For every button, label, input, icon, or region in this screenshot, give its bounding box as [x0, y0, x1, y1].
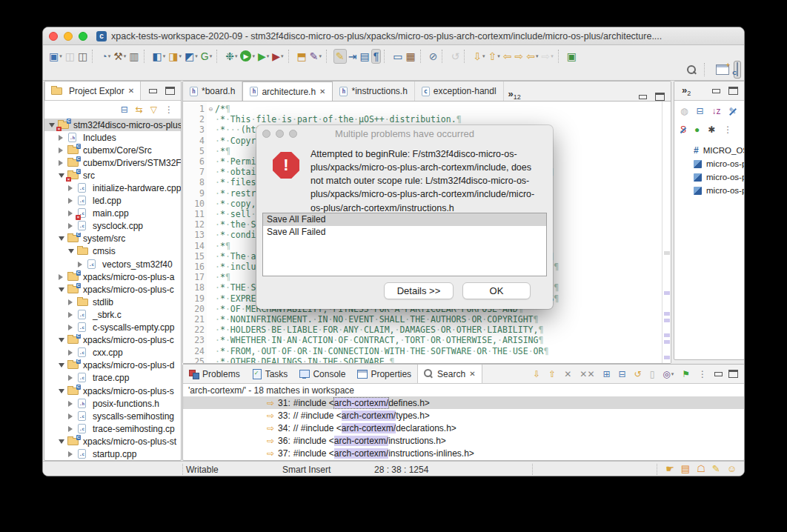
- tree-item[interactable]: Cxpacks/micro-os-plus-a: [44, 270, 181, 283]
- tree-item[interactable]: .cstartup.cpp: [44, 448, 181, 460]
- hand-icon[interactable]: ☛: [665, 463, 674, 474]
- run-search-again-icon[interactable]: ↺: [633, 368, 643, 381]
- expander-icon[interactable]: [59, 338, 64, 342]
- expander-icon[interactable]: [59, 147, 63, 153]
- tree-item[interactable]: Csystem/src: [44, 233, 181, 245]
- tree-item[interactable]: Cxpacks/micro-os-plus-c: [44, 334, 181, 347]
- fold-marker[interactable]: ⊖: [207, 104, 215, 114]
- search-result-row[interactable]: ⇨37:#include <arch-cortexm/instructions-…: [183, 447, 744, 459]
- close-window-button[interactable]: [49, 32, 58, 41]
- ok-button[interactable]: OK: [462, 282, 531, 299]
- dialog-problem-list[interactable]: Save All FailedSave All Failed: [262, 213, 547, 276]
- view-menu-icon[interactable]: ⋮: [697, 368, 708, 381]
- hide-fields-icon[interactable]: ✱: [706, 123, 717, 136]
- tree-item[interactable]: .ctrace.cpp: [44, 372, 181, 385]
- breakpoint-types-icon[interactable]: ▦: [404, 50, 416, 63]
- expander-icon[interactable]: [59, 389, 64, 393]
- tree-item[interactable]: .csyscalls-semihosting: [44, 410, 181, 422]
- expander-icon[interactable]: [68, 185, 73, 191]
- view-menu-icon[interactable]: ⋮: [722, 123, 734, 136]
- tab-tasks[interactable]: Tasks: [246, 365, 294, 383]
- expander-icon[interactable]: [59, 439, 64, 444]
- annotation-mark[interactable]: [664, 312, 670, 316]
- annotation-mark[interactable]: [664, 356, 670, 359]
- filter-icon[interactable]: ▽: [149, 103, 159, 116]
- expander-icon[interactable]: [68, 312, 73, 318]
- maximize-button[interactable]: [165, 87, 175, 95]
- tree-item[interactable]: cmsis: [44, 245, 181, 258]
- tree-item[interactable]: .ccxx.cpp: [44, 347, 181, 359]
- tree-item[interactable]: Cxpacks/micro-os-plus-st: [44, 435, 181, 448]
- collapse-all-icon[interactable]: ⊟: [119, 103, 130, 116]
- cancel-search-icon[interactable]: ▯: [648, 368, 657, 381]
- search-result-row[interactable]: ⇨31:#include <arch-cortexm/defines.h>: [183, 396, 744, 409]
- new-c-folder-icon[interactable]: ◨▾: [167, 50, 183, 63]
- expander-icon[interactable]: [59, 287, 64, 292]
- pencil-icon[interactable]: ✎: [712, 463, 720, 474]
- tree-item[interactable]: .c×main.cpp: [44, 207, 181, 220]
- details-button[interactable]: Details >>: [384, 282, 454, 299]
- expander-icon[interactable]: [68, 426, 73, 432]
- annotation-ruler[interactable]: [662, 102, 671, 364]
- minimize-button[interactable]: [711, 87, 721, 95]
- expander-icon[interactable]: [49, 123, 55, 127]
- search-result-row[interactable]: ⇨33:// #include <arch-cortexm/types.h>: [183, 409, 744, 422]
- expander-icon[interactable]: [59, 135, 63, 141]
- expander-icon[interactable]: [59, 236, 64, 241]
- tree-item[interactable]: C×src: [44, 169, 181, 182]
- next-match-icon[interactable]: ⇩: [531, 368, 542, 381]
- maximize-button[interactable]: [728, 370, 738, 378]
- expander-icon[interactable]: [68, 198, 73, 204]
- annotation-mark[interactable]: [664, 319, 670, 322]
- tree-item[interactable]: Cxpacks/micro-os-plus-s: [44, 385, 181, 397]
- skip-breakpoints-icon[interactable]: ⊘: [428, 50, 439, 63]
- debug-icon[interactable]: ❉▾: [224, 50, 239, 63]
- block-selection-icon[interactable]: ▤: [358, 50, 371, 63]
- outline-item[interactable]: micro-os-p: [674, 170, 744, 184]
- save-all-icon[interactable]: ◫: [76, 50, 89, 63]
- expander-icon[interactable]: [78, 262, 82, 267]
- new-wizard-icon[interactable]: ▣▾: [47, 50, 64, 63]
- show-whitespace-icon[interactable]: ¶: [371, 49, 382, 64]
- expander-icon[interactable]: [59, 173, 64, 178]
- tree-item[interactable]: .ctrace-semihosting.cp: [44, 422, 181, 435]
- search-toolbar-icon[interactable]: [686, 64, 697, 75]
- profile-icon[interactable]: ▶▾: [270, 50, 285, 63]
- open-perspective-icon[interactable]: [716, 64, 729, 75]
- expander-icon[interactable]: [68, 210, 73, 216]
- tab-problems[interactable]: Problems: [183, 365, 246, 383]
- tab-properties[interactable]: Properties: [351, 365, 417, 383]
- maximize-button[interactable]: [728, 87, 738, 95]
- tree-item[interactable]: .cvectors_stm32f40: [44, 258, 181, 270]
- minimize-window-button[interactable]: [64, 32, 73, 41]
- expander-icon[interactable]: [68, 413, 73, 419]
- show-annotations-icon[interactable]: ⇥: [347, 50, 359, 63]
- search-result-row[interactable]: ⇨36:#include <arch-cortexm/instructions.…: [183, 434, 744, 447]
- zoom-window-button[interactable]: [79, 32, 87, 41]
- tree-item[interactable]: stdlib: [44, 296, 181, 308]
- run-icon[interactable]: ▶▾: [239, 50, 256, 62]
- tree-item[interactable]: C×stm32f4disco-micro-os-plus: [44, 119, 181, 131]
- editor-tab--board.h[interactable]: h*board.h: [183, 82, 242, 101]
- link-with-editor-icon[interactable]: ⇆: [134, 103, 145, 116]
- collapse-all-icon[interactable]: ⊟: [617, 368, 628, 381]
- annotation-mark[interactable]: [664, 340, 670, 344]
- next-annotation-icon[interactable]: ⇩▾: [471, 50, 486, 63]
- expander-icon[interactable]: [68, 375, 73, 381]
- tree-item[interactable]: Cxpacks/micro-os-plus-c: [44, 283, 181, 296]
- search-result-row[interactable]: ⇨34:// #include <arch-cortexm/declaratio…: [183, 422, 744, 434]
- outline-item[interactable]: micro-os-p: [674, 157, 744, 170]
- editor-tab-overflow[interactable]: »12: [508, 88, 521, 101]
- expander-icon[interactable]: [68, 401, 73, 407]
- tab-console[interactable]: Console: [293, 365, 351, 383]
- book-icon[interactable]: ▤: [681, 463, 690, 474]
- expander-icon[interactable]: [59, 160, 63, 166]
- tab-search[interactable]: Search✕: [417, 365, 482, 383]
- minimize-button[interactable]: [714, 370, 723, 378]
- annotation-mark[interactable]: [664, 251, 670, 255]
- cap-icon[interactable]: ☖: [697, 463, 705, 474]
- dialog-list-item[interactable]: Save All Failed: [263, 213, 546, 226]
- refresh-icon[interactable]: ↺: [449, 50, 461, 63]
- hide-inactive-icon[interactable]: ✎: [728, 104, 738, 118]
- tab-project-explorer[interactable]: Project Explor ✕: [44, 82, 141, 100]
